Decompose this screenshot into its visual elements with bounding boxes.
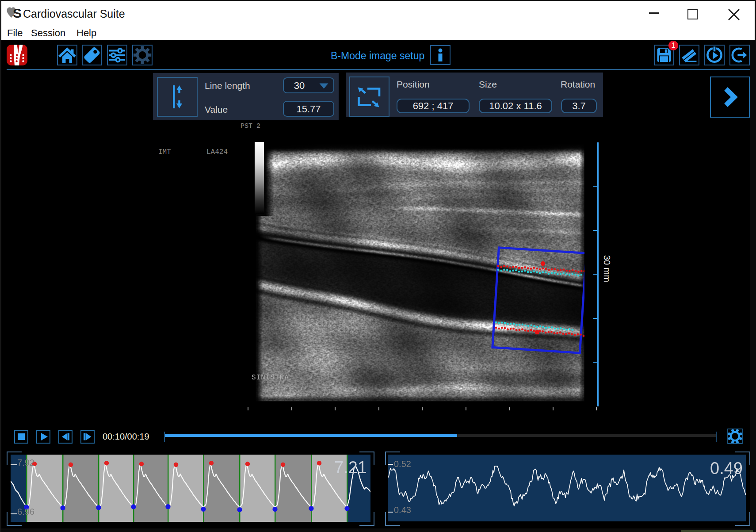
svg-text:S: S: [13, 7, 22, 19]
